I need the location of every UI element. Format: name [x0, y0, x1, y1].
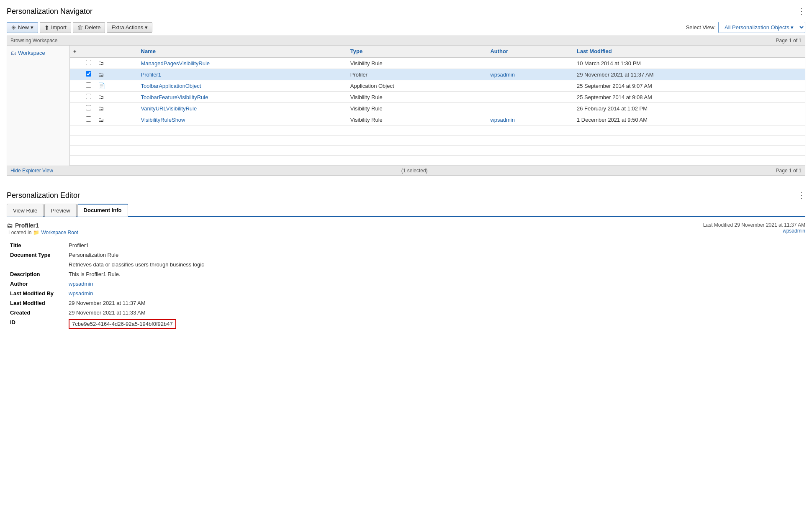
- prop-value: 29 November 2021 at 11:37 AM: [65, 298, 805, 308]
- hide-explorer-link[interactable]: Hide Explorer View: [10, 168, 53, 174]
- prop-value[interactable]: wpsadmin: [65, 289, 805, 298]
- property-row: Document TypePersonalization Rule: [7, 250, 805, 260]
- item-author-link[interactable]: wpsadmin: [490, 117, 515, 123]
- property-row: Retrieves data or classifies users throu…: [7, 260, 805, 269]
- prop-label: Author: [7, 279, 65, 289]
- prop-value: This is Profiler1 Rule.: [65, 269, 805, 279]
- item-name-link[interactable]: VisibilityRuleShow: [141, 117, 185, 123]
- col-icon-header: [95, 46, 138, 57]
- item-icon: 🗂: [98, 60, 104, 67]
- doc-meta-right: Last Modified 29 November 2021 at 11:37 …: [703, 222, 805, 234]
- tab-preview[interactable]: Preview: [44, 204, 76, 217]
- editor-tabs: View RulePreviewDocument Info: [7, 203, 805, 217]
- sidebar-item-workspace[interactable]: 🗂 Workspace: [9, 48, 68, 57]
- objects-table-body: 🗂ManagedPagesVisibilityRuleVisibility Ru…: [70, 57, 805, 166]
- col-check: [82, 46, 95, 57]
- extra-actions-label: Extra Actions: [111, 24, 143, 31]
- item-name-link[interactable]: ToolbarFeatureVisibilityRule: [141, 94, 208, 100]
- new-dropdown-icon: ▾: [31, 24, 33, 31]
- row-checkbox[interactable]: [86, 116, 91, 122]
- property-row: Authorwpsadmin: [7, 279, 805, 289]
- table-row: 🗂ManagedPagesVisibilityRuleVisibility Ru…: [70, 57, 805, 69]
- item-type: Visibility Rule: [347, 114, 487, 125]
- doc-info-content: 🗂 Profiler1 Located in 📁 Workspace Root …: [7, 222, 805, 330]
- import-button[interactable]: ⬆ Import: [40, 22, 71, 33]
- prop-value: 7cbe9e52-4164-4d26-92a5-194bf0f92b47: [65, 317, 805, 330]
- row-checkbox[interactable]: [86, 60, 91, 65]
- col-plus[interactable]: +: [70, 46, 82, 57]
- location-prefix: Located in: [8, 230, 31, 235]
- prop-label: Description: [7, 269, 65, 279]
- item-name-link[interactable]: VanityURLVisibilityRule: [141, 105, 197, 112]
- prop-value: Profiler1: [65, 240, 805, 250]
- select-view-dropdown[interactable]: All Personalization Objects ▾: [718, 22, 805, 33]
- item-name-link[interactable]: Profiler1: [141, 72, 161, 78]
- browse-header-bar: Browsing Workspace Page 1 of 1: [7, 36, 805, 46]
- row-checkbox[interactable]: [86, 71, 91, 77]
- table-header-row: + Name Type Author Last Modified: [70, 46, 805, 57]
- table-row: 🗂VanityURLVisibilityRuleVisibility Rule2…: [70, 103, 805, 114]
- row-checkbox[interactable]: [86, 94, 91, 99]
- prop-label: Title: [7, 240, 65, 250]
- item-author-link[interactable]: wpsadmin: [490, 72, 515, 78]
- property-row: Last Modified29 November 2021 at 11:37 A…: [7, 298, 805, 308]
- new-button[interactable]: ✳ New ▾: [7, 22, 38, 33]
- col-last-modified[interactable]: Last Modified: [573, 46, 805, 57]
- item-date: 26 February 2014 at 1:02 PM: [573, 103, 805, 114]
- delete-button[interactable]: 🗑 Delete: [73, 22, 105, 33]
- doc-location: Located in 📁 Workspace Root: [7, 230, 78, 235]
- navigator-menu-icon[interactable]: ⋮: [798, 7, 805, 16]
- item-type: Visibility Rule: [347, 103, 487, 114]
- tab-view-rule[interactable]: View Rule: [7, 204, 44, 217]
- editor-title: Personalization Editor: [7, 191, 80, 200]
- objects-table: + Name Type Author Last Modified 🗂Manage…: [70, 46, 805, 166]
- property-row: DescriptionThis is Profiler1 Rule.: [7, 269, 805, 279]
- browse-footer: Hide Explorer View (1 selected) Page 1 o…: [7, 166, 805, 175]
- prop-value: 29 November 2021 at 11:33 AM: [65, 308, 805, 317]
- prop-link[interactable]: wpsadmin: [69, 281, 93, 287]
- properties-table: TitleProfiler1Document TypePersonalizati…: [7, 240, 805, 330]
- table-row: 🗂VisibilityRuleShowVisibility Rulewpsadm…: [70, 114, 805, 125]
- id-row: ID7cbe9e52-4164-4d26-92a5-194bf0f92b47: [7, 317, 805, 330]
- table-row: 🗂Profiler1Profilerwpsadmin29 November 20…: [70, 69, 805, 80]
- navigator-panel: Personalization Navigator ⋮ ✳ New ▾ ⬆ Im…: [7, 4, 805, 176]
- item-type: Profiler: [347, 69, 487, 80]
- col-author[interactable]: Author: [487, 46, 573, 57]
- editor-menu-icon[interactable]: ⋮: [798, 191, 805, 200]
- prop-link[interactable]: wpsadmin: [69, 290, 93, 297]
- footer-page-info: Page 1 of 1: [776, 168, 802, 174]
- select-view-label: Select View:: [686, 24, 716, 31]
- sidebar: 🗂 Workspace: [7, 46, 70, 166]
- property-row: Last Modified Bywpsadmin: [7, 289, 805, 298]
- doc-author-link[interactable]: wpsadmin: [783, 228, 805, 234]
- row-checkbox[interactable]: [86, 105, 91, 110]
- doc-title-icon: 🗂: [7, 222, 13, 229]
- table-row: 🗂ToolbarFeatureVisibilityRuleVisibility …: [70, 92, 805, 103]
- browse-page-info: Page 1 of 1: [776, 38, 802, 43]
- table-row: 📄ToolbarApplicationObjectApplication Obj…: [70, 80, 805, 92]
- property-row: Created29 November 2021 at 11:33 AM: [7, 308, 805, 317]
- new-button-label: New: [18, 24, 29, 31]
- delete-icon: 🗑: [77, 24, 83, 31]
- item-date: 1 December 2021 at 9:50 AM: [573, 114, 805, 125]
- item-icon: 🗂: [98, 71, 104, 78]
- property-row: TitleProfiler1: [7, 240, 805, 250]
- item-date: 25 September 2014 at 9:07 AM: [573, 80, 805, 92]
- location-icon: 📁: [33, 230, 39, 235]
- navigator-toolbar: ✳ New ▾ ⬆ Import 🗑 Delete Extra Actions …: [7, 19, 805, 36]
- navigator-title-bar: Personalization Navigator ⋮: [7, 4, 805, 19]
- location-link[interactable]: Workspace Root: [41, 230, 78, 235]
- item-name-link[interactable]: ToolbarApplicationObject: [141, 83, 201, 89]
- item-name-link[interactable]: ManagedPagesVisibilityRule: [141, 60, 210, 67]
- col-name[interactable]: Name: [138, 46, 347, 57]
- prop-value[interactable]: wpsadmin: [65, 279, 805, 289]
- item-icon: 📄: [98, 82, 105, 89]
- extra-actions-button[interactable]: Extra Actions ▾: [107, 22, 152, 33]
- tab-document-info[interactable]: Document Info: [77, 204, 128, 217]
- col-type[interactable]: Type: [347, 46, 487, 57]
- item-type: Application Object: [347, 80, 487, 92]
- last-modified-info: Last Modified 29 November 2021 at 11:37 …: [703, 222, 805, 228]
- item-type: Visibility Rule: [347, 57, 487, 69]
- empty-row: [70, 136, 805, 146]
- row-checkbox[interactable]: [86, 82, 91, 88]
